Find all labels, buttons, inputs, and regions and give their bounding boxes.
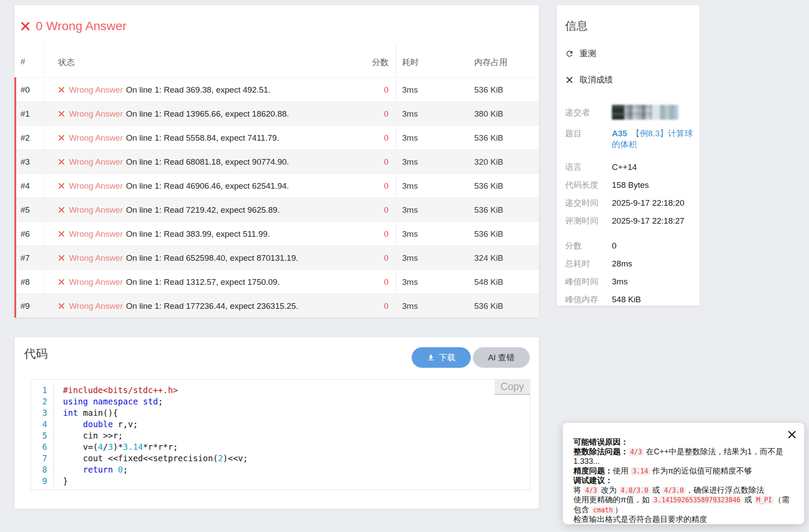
fail-accent-strip <box>14 77 16 318</box>
detail-row: 代码长度 158 Bytes <box>565 180 700 190</box>
testcase-id: #2 <box>21 126 30 150</box>
problem-row: 题目 A35【例8.3】计算球的体积 <box>565 128 700 150</box>
problem-label: 题目 <box>565 128 612 150</box>
download-button[interactable]: 下载 <box>412 347 471 368</box>
submitter-label: 递交者 <box>565 107 612 118</box>
stat-row: 峰值内存 548 KiB <box>565 294 700 305</box>
testcase-score: 0 <box>343 270 389 294</box>
testcase-id: #8 <box>21 270 30 294</box>
submitter-value[interactable] <box>612 105 678 120</box>
testcase-memory: 536 KiB <box>474 174 503 198</box>
testcase-memory: 536 KiB <box>474 78 503 102</box>
detail-row: 语言 C++14 <box>565 162 700 173</box>
cancel-score-action[interactable]: 取消成绩 <box>565 74 700 86</box>
testcase-id: #7 <box>21 246 30 270</box>
testcase-row: #0 Wrong Answer On line 1: Read 369.38, … <box>14 77 539 101</box>
testcase-verdict: Wrong Answer <box>69 157 123 167</box>
record-result-card: 0 Wrong Answer # 状态 分数 耗时 内存占用 #0 Wrong … <box>14 5 539 318</box>
code-block: Copy 1 #include<bits/stdc++.h> 2 using n… <box>31 379 530 490</box>
testcase-score: 0 <box>343 198 389 222</box>
code-lines: 1 #include<bits/stdc++.h> 2 using namesp… <box>31 380 530 487</box>
wrong-answer-icon <box>58 207 65 213</box>
code-line: 1 #include<bits/stdc++.h> <box>31 384 530 396</box>
testcase-message: On line 1: Read 7219.42, expect 9625.89. <box>126 205 280 215</box>
testcase-memory: 536 KiB <box>474 222 503 246</box>
testcase-memory: 324 KiB <box>474 246 503 270</box>
stat-value: 548 KiB <box>612 294 641 305</box>
ai-analysis-line: 包含 cmath） <box>573 505 796 515</box>
testcase-message: On line 1: Read 5558.84, expect 7411.79. <box>126 133 279 143</box>
testcase-id: #6 <box>21 222 30 246</box>
code-line: 6 v=(4/3)*3.14*r*r*r; <box>31 441 530 453</box>
testcase-row: #2 Wrong Answer On line 1: Read 5558.84,… <box>14 125 539 149</box>
line-number: 4 <box>31 418 54 430</box>
testcase-message: On line 1: Read 652598.40, expect 870131… <box>126 253 298 263</box>
testcase-row: #3 Wrong Answer On line 1: Read 68081.18… <box>14 149 539 173</box>
refresh-icon <box>565 49 574 58</box>
info-sidebar: 信息 重测 取消成绩 递交者 题目 A35【例8.3】计算球的体积 语言 C++… <box>557 5 700 306</box>
stat-label: 峰值内存 <box>565 294 612 305</box>
line-source: using namespace std; <box>54 396 163 407</box>
wrong-answer-icon <box>58 135 65 141</box>
submitter-row: 递交者 <box>565 105 700 120</box>
detail-label: 评测时间 <box>565 215 612 226</box>
code-line: 3 int main(){ <box>31 407 530 418</box>
line-number: 2 <box>31 396 54 407</box>
testcase-score: 0 <box>343 222 389 246</box>
wrong-answer-icon <box>58 183 65 189</box>
testcase-score: 0 <box>343 150 389 174</box>
wrong-answer-icon <box>58 86 65 93</box>
ai-analysis-line: 将 4/3 改为 4.0/3.0 或 4/3.0，确保进行浮点数除法 <box>573 486 796 496</box>
testcase-verdict: Wrong Answer <box>69 229 123 239</box>
line-number: 8 <box>31 464 54 475</box>
stat-label: 总耗时 <box>565 258 612 269</box>
ai-check-label: AI 查错 <box>488 352 514 363</box>
stat-row: 峰值时间 3ms <box>565 276 700 287</box>
header-score: 分数 <box>343 57 389 68</box>
line-number: 1 <box>31 384 54 396</box>
download-label: 下载 <box>439 352 455 363</box>
header-time: 耗时 <box>402 57 419 68</box>
testcase-score: 0 <box>343 174 389 198</box>
record-status-header: 0 Wrong Answer <box>21 19 127 33</box>
testcase-row: #9 Wrong Answer On line 1: Read 177236.4… <box>14 294 539 318</box>
testcase-memory: 320 KiB <box>474 150 503 174</box>
code-line: 4 double r,v; <box>31 418 530 430</box>
line-source: return 0; <box>54 464 128 475</box>
ai-analysis-line: 精度问题：使用 3.14 作为π的近似值可能精度不够 <box>573 466 796 477</box>
testcase-score: 0 <box>343 246 389 270</box>
testcase-message: On line 1: Read 1312.57, expect 1750.09. <box>126 277 280 287</box>
testcase-memory: 536 KiB <box>474 198 503 222</box>
rejudge-action[interactable]: 重测 <box>565 48 700 59</box>
ai-analysis-popup: 可能错误原因： 整数除法问题：4/3 在C++中是整数除法，结果为1，而不是 1… <box>563 423 804 524</box>
code-line: 8 return 0; <box>31 464 530 475</box>
testcase-verdict: Wrong Answer <box>69 85 123 95</box>
detail-value: 2025-9-17 22:18:27 <box>612 215 684 226</box>
wrong-answer-icon <box>58 279 65 285</box>
header-num: # <box>21 57 25 66</box>
line-source: } <box>54 475 68 487</box>
close-icon <box>565 76 574 84</box>
testcase-status: Wrong Answer On line 1: Read 5558.84, ex… <box>58 126 279 150</box>
testcase-id: #5 <box>21 198 30 222</box>
problem-code-link[interactable]: A35 <box>612 129 627 138</box>
code-card: 代码 下载 AI 查错 Copy 1 #include<bits/stdc++.… <box>14 337 539 509</box>
stat-row: 分数 0 <box>565 240 700 251</box>
close-icon[interactable] <box>788 430 796 439</box>
wrong-answer-icon <box>58 159 65 165</box>
line-source: double r,v; <box>54 418 138 430</box>
testcase-time: 3ms <box>402 222 418 246</box>
redacted-avatar-and-name <box>612 105 678 120</box>
testcase-id: #9 <box>21 294 30 318</box>
detail-value: C++14 <box>612 162 637 173</box>
testcase-memory: 380 KiB <box>474 102 503 126</box>
ai-check-button[interactable]: AI 查错 <box>473 347 530 368</box>
testcase-status: Wrong Answer On line 1: Read 383.99, exp… <box>58 222 270 246</box>
testcase-score: 0 <box>343 126 389 150</box>
testcase-time: 3ms <box>402 78 418 102</box>
detail-label: 语言 <box>565 162 612 173</box>
testcase-time: 3ms <box>402 198 418 222</box>
wrong-answer-icon <box>58 255 65 261</box>
testcase-memory: 536 KiB <box>474 126 503 150</box>
ai-analysis-text: 可能错误原因： 整数除法问题：4/3 在C++中是整数除法，结果为1，而不是 1… <box>573 438 796 525</box>
